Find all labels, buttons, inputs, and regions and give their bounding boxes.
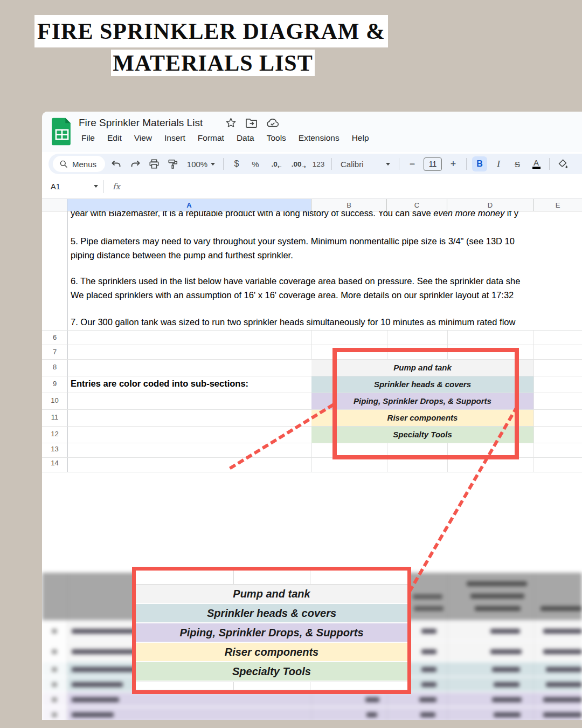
row-header-11[interactable]: 11 (42, 413, 67, 421)
callout-pump-and-tank: Pump and tank (136, 585, 407, 604)
font-name: Calibri (341, 160, 364, 169)
cell-note6-line2[interactable]: We placed sprinklers with an assumption … (71, 290, 514, 300)
paint-roller-icon (168, 159, 178, 169)
row-header-12[interactable]: 12 (42, 430, 67, 438)
chevron-down-icon (211, 163, 215, 166)
italic-button[interactable]: I (491, 156, 506, 171)
increase-font-size-button[interactable]: + (446, 156, 461, 171)
menu-extensions[interactable]: Extensions (295, 132, 343, 144)
cloud-status-icon[interactable] (266, 118, 279, 128)
redo-icon (130, 159, 141, 169)
strikethrough-button[interactable]: S (510, 156, 525, 171)
decrease-decimal-label: .0 (271, 160, 277, 168)
row-header-9[interactable]: 9 (42, 380, 67, 388)
poster-title-line1: FIRE SPRINKLER DIAGRAM & (34, 15, 388, 47)
note-text-italic: even more money (433, 211, 504, 218)
text-color-label: A (534, 159, 539, 167)
row-header-7[interactable]: 7 (42, 348, 67, 356)
column-header-e[interactable]: E (534, 199, 582, 211)
column-header-b[interactable]: B (311, 199, 387, 211)
callout-filler-row (136, 682, 407, 690)
gridline (534, 330, 534, 472)
cell-legend-heading[interactable]: Entries are color coded into sub-section… (71, 379, 248, 389)
poster-title-text2: MATERIALS LIST (113, 50, 313, 76)
decrease-decimal-button[interactable]: .0← (267, 156, 282, 171)
bold-button[interactable]: B (472, 156, 487, 171)
decrease-font-size-button[interactable]: − (405, 156, 420, 171)
blurred-row (42, 708, 582, 720)
toolbar-divider (331, 158, 332, 170)
font-size-input[interactable]: 11 (424, 157, 442, 171)
legend-highlight-box (332, 348, 519, 459)
zoom-control[interactable]: 100% (184, 156, 218, 171)
paint-format-button[interactable] (165, 156, 181, 171)
number-format-button[interactable]: 123 (311, 156, 326, 171)
menus-search-button[interactable]: Menus (53, 156, 105, 172)
column-header-d[interactable]: D (447, 199, 534, 211)
sheet-grid: year with Blazemaster, it is a reputable… (42, 211, 582, 720)
menu-tools[interactable]: Tools (263, 132, 290, 144)
poster-title-text1: FIRE SPRINKLER DIAGRAM & (37, 18, 385, 44)
undo-button[interactable] (109, 156, 124, 171)
gridline (42, 472, 582, 472)
menu-edit[interactable]: Edit (103, 132, 126, 144)
zoom-value: 100% (187, 160, 207, 169)
menu-bar: File Edit View Insert Format Data Tools … (78, 132, 373, 144)
menu-data[interactable]: Data (233, 132, 258, 144)
callout-sprinkler-heads: Sprinkler heads & covers (136, 604, 407, 623)
fx-icon[interactable]: fx (113, 182, 120, 191)
column-header-c[interactable]: C (387, 199, 447, 211)
cell-note7-line1[interactable]: 7. Our 300 gallon tank was sized to run … (71, 317, 515, 327)
callout-specialty-tools: Specialty Tools (136, 662, 407, 682)
fill-color-button[interactable] (555, 156, 570, 171)
formula-bar: A1 fx (42, 174, 582, 199)
chevron-down-icon (386, 163, 390, 166)
callout-piping: Piping, Sprinkler Drops, & Supports (136, 623, 407, 643)
spreadsheet-window: Fire Sprinkler Materials List File Edit … (42, 112, 582, 720)
increase-decimal-label: .00 (292, 160, 302, 168)
row-header-6[interactable]: 6 (42, 333, 67, 341)
cell-note5-line2[interactable]: piping distance between the pump and fur… (71, 250, 293, 260)
undo-icon (111, 159, 122, 169)
print-button[interactable] (147, 156, 162, 171)
paint-bucket-icon (557, 159, 568, 169)
row-header-14[interactable]: 14 (42, 459, 67, 467)
cell-reference: A1 (51, 182, 60, 191)
menu-format[interactable]: Format (194, 132, 228, 144)
column-header-row: A B C D E (42, 198, 582, 211)
move-folder-icon[interactable] (245, 117, 258, 128)
gridline (42, 345, 582, 345)
toolbar-divider (223, 158, 224, 170)
font-family-dropdown[interactable]: Calibri (337, 156, 393, 171)
redo-button[interactable] (128, 156, 143, 171)
cell-name-box[interactable]: A1 (42, 182, 103, 191)
menu-file[interactable]: File (78, 132, 99, 144)
document-title[interactable]: Fire Sprinkler Materials List (79, 117, 203, 129)
row-header-13[interactable]: 13 (42, 445, 67, 453)
column-header-a[interactable]: A (67, 199, 311, 211)
callout-riser: Riser components (136, 643, 407, 662)
blurred-row (42, 692, 582, 708)
text-color-button[interactable]: A (529, 156, 544, 171)
text-color-swatch (532, 167, 541, 169)
cell-note5-line1[interactable]: 5. Pipe diameters may need to vary throu… (71, 236, 515, 246)
arrow-left-icon: ← (278, 164, 282, 169)
sheets-logo-icon[interactable] (52, 118, 72, 146)
cell-note6-line1[interactable]: 6. The sprinklers used in the list below… (71, 276, 520, 286)
format-percent-button[interactable]: % (248, 156, 263, 171)
menu-view[interactable]: View (130, 132, 156, 144)
row-header-10[interactable]: 10 (42, 396, 67, 404)
menu-insert[interactable]: Insert (161, 132, 189, 144)
select-all-corner[interactable] (42, 199, 67, 211)
star-icon[interactable] (225, 117, 237, 128)
gridline (42, 330, 582, 331)
format-currency-button[interactable]: $ (229, 156, 244, 171)
poster-canvas: { "poster": { "title_line1": "FIRE SPRIN… (0, 0, 582, 728)
cell-note-clipped[interactable]: year with Blazemaster, it is a reputable… (71, 211, 518, 218)
formula-bar-divider (103, 180, 104, 193)
arrow-right-icon: → (302, 164, 306, 169)
row-header-8[interactable]: 8 (42, 363, 67, 371)
increase-decimal-button[interactable]: .00→ (289, 156, 304, 171)
menu-help[interactable]: Help (348, 132, 373, 144)
document-actions (225, 117, 279, 128)
